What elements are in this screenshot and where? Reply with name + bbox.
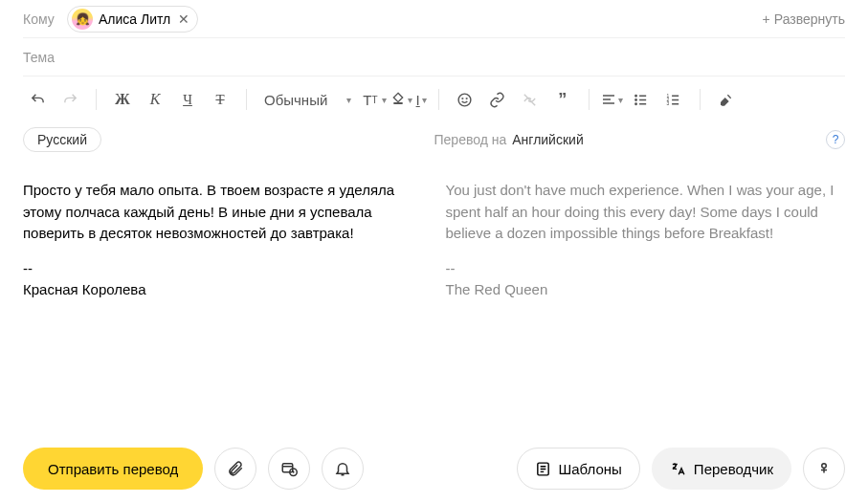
signature-button[interactable] [803,448,845,490]
signature-separator: -- [446,258,846,280]
translation-text-pane: You just don't have much experience. Whe… [446,180,846,434]
source-language-select[interactable]: Русский [23,127,101,152]
templates-button[interactable]: Шаблоны [517,448,640,490]
svg-point-5 [635,103,636,104]
send-translation-button[interactable]: Отправить перевод [23,448,203,490]
quote-button[interactable]: ” [548,85,577,114]
underline-button[interactable]: Ч [173,85,202,114]
toolbar-separator [589,89,590,110]
svg-rect-9 [283,464,294,472]
emoji-button[interactable] [451,85,479,114]
chevron-down-icon: ▾ [422,95,427,105]
bullet-list-button[interactable] [627,85,656,114]
svg-text:3: 3 [667,101,670,106]
translation-signature: The Red Queen [446,279,846,301]
highlight-color-button[interactable]: I ▾ [416,85,427,114]
signature-separator: -- [23,258,423,280]
italic-button[interactable]: К [141,85,169,114]
align-button[interactable]: ▾ [601,85,623,114]
remove-recipient-icon[interactable]: ✕ [178,11,189,27]
text-color-button[interactable]: ▾ [390,85,412,114]
clear-format-button[interactable] [712,85,741,114]
svg-point-4 [635,98,636,99]
strikethrough-button[interactable]: Т [206,85,234,114]
translator-label: Переводчик [694,461,773,477]
chevron-down-icon: ▾ [618,95,623,105]
svg-point-12 [822,464,827,469]
format-toolbar: Ж К Ч Т Обычный ▾ TT ▾ ▾ I ▾ [23,77,845,122]
undo-button[interactable] [23,85,52,114]
translator-toggle-button[interactable]: Переводчик [652,448,791,490]
svg-point-3 [635,95,636,96]
unlink-button[interactable] [516,85,545,114]
text-style-select[interactable]: Обычный ▾ [258,92,357,108]
help-button[interactable]: ? [826,130,845,149]
plus-icon: + [763,11,770,27]
link-button[interactable] [483,85,512,114]
toolbar-separator [700,89,701,110]
expand-label: Развернуть [774,11,845,27]
chevron-down-icon: ▾ [346,95,351,105]
translation-paragraph: You just don't have much experience. Whe… [446,180,846,245]
to-label: Кому [23,11,67,27]
chevron-down-icon: ▾ [408,95,412,105]
svg-point-0 [458,94,471,106]
translate-language-bar: Русский Перевод на Английский ? [23,122,845,157]
chevron-down-icon: ▾ [382,95,387,105]
subject-field-row[interactable]: Тема [23,38,845,77]
compose-footer: Отправить перевод Шаблоны Переводчик [23,434,845,503]
schedule-send-button[interactable] [268,448,310,490]
font-size-button[interactable]: TT ▾ [361,85,386,114]
target-language-select[interactable]: Английский [512,132,583,147]
attach-button[interactable] [214,448,256,490]
target-prefix-label: Перевод на [434,132,507,147]
expand-button[interactable]: + Развернуть [763,11,845,27]
templates-label: Шаблоны [559,461,622,477]
reminder-button[interactable] [322,448,364,490]
toolbar-separator [96,89,97,110]
source-text-pane[interactable]: Просто у тебя мало опыта. В твоем возрас… [23,180,423,434]
numbered-list-button[interactable]: 123 [659,85,688,114]
toolbar-separator [438,89,439,110]
recipient-avatar: 👧 [72,9,93,30]
recipient-name: Алиса Литл [99,11,170,27]
svg-point-1 [462,98,463,98]
toolbar-separator [246,89,247,110]
source-paragraph: Просто у тебя мало опыта. В твоем возрас… [23,180,423,245]
redo-button[interactable] [56,85,84,114]
svg-point-2 [467,98,468,98]
style-label: Обычный [264,92,327,108]
bold-button[interactable]: Ж [108,85,137,114]
source-signature: Красная Королева [23,279,423,301]
subject-label: Тема [23,50,67,65]
editor-body: Просто у тебя мало опыта. В твоем возрас… [23,157,845,434]
recipient-chip[interactable]: 👧 Алиса Литл ✕ [67,6,198,33]
to-field-row: Кому 👧 Алиса Литл ✕ + Развернуть [23,0,845,38]
